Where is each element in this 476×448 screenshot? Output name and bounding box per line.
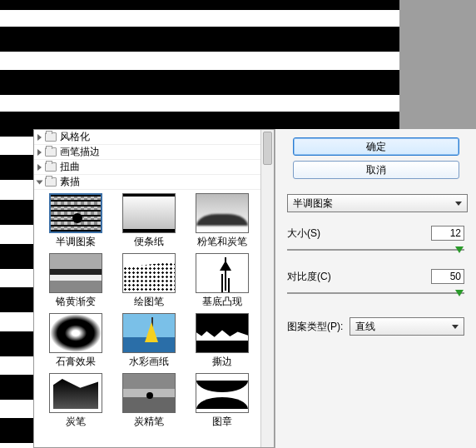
disclosure-triangle-icon — [37, 149, 42, 156]
folder-icon — [45, 132, 57, 142]
filter-thumbnail[interactable]: 粉笔和炭笔 — [186, 192, 259, 251]
thumbnail-label: 绘图笔 — [134, 295, 164, 309]
size-value-input[interactable]: 12 — [431, 226, 464, 241]
thumbnail-preview — [196, 193, 249, 233]
filter-name-dropdown[interactable]: 半调图案 — [287, 194, 468, 212]
filter-thumbnail[interactable]: 基底凸现 — [186, 251, 259, 311]
thumbnail-label: 水彩画纸 — [129, 355, 169, 369]
scrollbar-thumb[interactable] — [263, 132, 272, 165]
filter-name-value: 半调图案 — [293, 197, 333, 211]
filter-thumbnail[interactable]: 绘图笔 — [112, 251, 186, 311]
thumbnail-preview — [49, 193, 102, 233]
thumbnail-preview — [49, 253, 102, 293]
category-label: 扭曲 — [60, 160, 80, 174]
filter-gallery-panel: 风格化画笔描边扭曲素描 半调图案便条纸粉笔和炭笔铬黄渐变绘图笔基底凸现石膏效果水… — [33, 129, 275, 448]
filter-options-panel: 确定 取消 半调图案 大小(S) 12 对比度(C) 50 图案类型(P): 直… — [275, 129, 476, 448]
filter-thumbnail[interactable]: 半调图案 — [39, 192, 112, 251]
thumbnail-label: 铬黄渐变 — [56, 295, 96, 309]
cancel-button[interactable]: 取消 — [293, 161, 459, 179]
thumbnail-label: 炭精笔 — [134, 415, 164, 429]
thumbnail-preview — [196, 373, 249, 413]
thumbnail-label: 炭笔 — [66, 415, 86, 429]
filter-thumbnail[interactable]: 图章 — [186, 371, 259, 431]
thumbnail-preview — [196, 253, 249, 293]
ok-button[interactable]: 确定 — [293, 137, 459, 156]
thumbnail-preview — [49, 373, 102, 413]
filter-thumbnail[interactable]: 石膏效果 — [39, 311, 112, 371]
thumbnail-preview — [49, 313, 102, 353]
size-label: 大小(S) — [287, 226, 423, 241]
category-label: 风格化 — [60, 130, 90, 144]
filter-thumbnail[interactable]: 便条纸 — [112, 192, 186, 251]
thumbnail-preview — [196, 313, 249, 353]
folder-icon — [45, 147, 57, 157]
pattern-type-label: 图案类型(P): — [287, 320, 343, 334]
thumbnail-preview — [122, 373, 176, 413]
contrast-value-input[interactable]: 50 — [431, 269, 464, 284]
category-row[interactable]: 扭曲 — [34, 160, 274, 175]
category-label: 画笔描边 — [60, 145, 100, 159]
filter-thumbnail[interactable]: 炭笔 — [39, 371, 112, 431]
disclosure-triangle-icon — [37, 164, 42, 171]
filter-thumbnail[interactable]: 炭精笔 — [112, 371, 186, 431]
disclosure-triangle-icon — [37, 134, 42, 141]
folder-icon — [45, 162, 57, 172]
pattern-type-value: 直线 — [355, 320, 375, 334]
thumbnail-preview — [122, 313, 176, 353]
disclosure-triangle-icon — [37, 180, 43, 184]
thumbnail-label: 基底凸现 — [202, 295, 242, 309]
category-row[interactable]: 风格化 — [34, 130, 274, 145]
thumbnail-label: 半调图案 — [56, 235, 96, 249]
contrast-label: 对比度(C) — [287, 270, 423, 284]
thumbnail-label: 便条纸 — [134, 235, 164, 249]
filter-thumbnail[interactable]: 水彩画纸 — [112, 311, 186, 371]
thumbnail-label: 撕边 — [212, 355, 232, 369]
thumbnail-preview — [122, 253, 176, 293]
filter-thumbnail[interactable]: 撕边 — [186, 311, 259, 371]
contrast-slider-handle[interactable] — [455, 290, 464, 296]
thumbnail-label: 石膏效果 — [56, 355, 96, 369]
folder-icon — [45, 177, 57, 187]
filter-thumbnail[interactable]: 铬黄渐变 — [39, 251, 112, 311]
thumbnail-label: 粉笔和炭笔 — [197, 235, 247, 249]
contrast-slider[interactable] — [287, 287, 464, 299]
category-row[interactable]: 素描 — [34, 175, 274, 190]
category-label: 素描 — [60, 175, 80, 189]
category-row[interactable]: 画笔描边 — [34, 145, 274, 160]
thumbnail-label: 图章 — [212, 415, 232, 429]
thumbnail-preview — [122, 193, 176, 233]
filter-list-scrollbar[interactable] — [260, 130, 274, 447]
pattern-type-dropdown[interactable]: 直线 — [350, 317, 464, 336]
size-slider-handle[interactable] — [455, 246, 464, 253]
size-slider[interactable] — [287, 244, 464, 256]
